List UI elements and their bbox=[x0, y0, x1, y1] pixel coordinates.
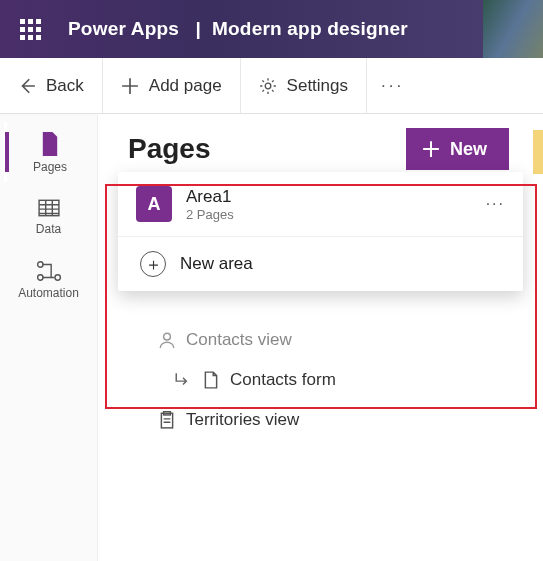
plus-icon bbox=[422, 140, 440, 158]
page-icon bbox=[40, 132, 60, 156]
plus-icon bbox=[121, 77, 139, 95]
new-button[interactable]: New bbox=[406, 128, 509, 170]
plus-circle-icon: ＋ bbox=[140, 251, 166, 277]
arrow-left-icon bbox=[18, 77, 36, 95]
page-tree: Contacts view Contacts form Territories … bbox=[148, 320, 336, 440]
new-area-button[interactable]: ＋ New area bbox=[118, 237, 523, 291]
clipboard-icon bbox=[158, 411, 176, 429]
gear-icon bbox=[259, 77, 277, 95]
svg-point-2 bbox=[37, 262, 42, 267]
nav-pages-label: Pages bbox=[7, 160, 94, 174]
back-label: Back bbox=[46, 76, 84, 96]
tree-item-territories-view[interactable]: Territories view bbox=[158, 400, 336, 440]
tree-item-contacts-view[interactable]: Contacts view bbox=[158, 320, 336, 360]
area-item-more[interactable]: ··· bbox=[486, 195, 505, 213]
form-icon bbox=[202, 371, 220, 389]
add-page-button[interactable]: Add page bbox=[103, 58, 241, 113]
area-item[interactable]: A Area1 2 Pages ··· bbox=[118, 172, 523, 237]
svg-point-3 bbox=[37, 275, 42, 280]
area-item-sub: 2 Pages bbox=[186, 207, 234, 222]
notification-strip bbox=[533, 130, 543, 174]
settings-label: Settings bbox=[287, 76, 348, 96]
settings-button[interactable]: Settings bbox=[241, 58, 367, 113]
tree-label: Contacts view bbox=[186, 330, 292, 350]
svg-point-0 bbox=[265, 83, 271, 89]
more-button[interactable]: ··· bbox=[367, 58, 418, 113]
nav-automation-label: Automation bbox=[4, 286, 94, 300]
tree-item-contacts-form[interactable]: Contacts form bbox=[174, 360, 336, 400]
nav-data[interactable]: Data bbox=[4, 188, 94, 244]
app-title: Power Apps | Modern app designer bbox=[68, 18, 408, 40]
new-button-label: New bbox=[450, 139, 487, 160]
nav-pages[interactable]: Pages bbox=[4, 122, 94, 182]
nav-data-label: Data bbox=[4, 222, 94, 236]
area-item-label: Area1 bbox=[186, 187, 234, 207]
new-area-label: New area bbox=[180, 254, 253, 274]
tree-label: Territories view bbox=[186, 410, 299, 430]
svg-point-6 bbox=[164, 333, 171, 340]
left-nav: Pages Data Automation bbox=[0, 114, 98, 561]
svg-point-4 bbox=[54, 275, 59, 280]
app-header: Power Apps | Modern app designer bbox=[0, 0, 543, 58]
person-icon bbox=[158, 331, 176, 349]
nav-automation[interactable]: Automation bbox=[4, 250, 94, 308]
add-page-label: Add page bbox=[149, 76, 222, 96]
page-title: Pages bbox=[128, 133, 211, 165]
flow-icon bbox=[36, 260, 62, 282]
subitem-icon bbox=[174, 371, 192, 389]
ellipsis-icon: ··· bbox=[381, 76, 404, 96]
area-picker-popup: A Area1 2 Pages ··· ＋ New area bbox=[118, 172, 523, 291]
waffle-icon[interactable] bbox=[10, 9, 50, 49]
tree-label: Contacts form bbox=[230, 370, 336, 390]
back-button[interactable]: Back bbox=[0, 58, 103, 113]
table-icon bbox=[38, 198, 60, 218]
command-bar: Back Add page Settings ··· bbox=[0, 58, 543, 114]
area-tile-icon: A bbox=[136, 186, 172, 222]
